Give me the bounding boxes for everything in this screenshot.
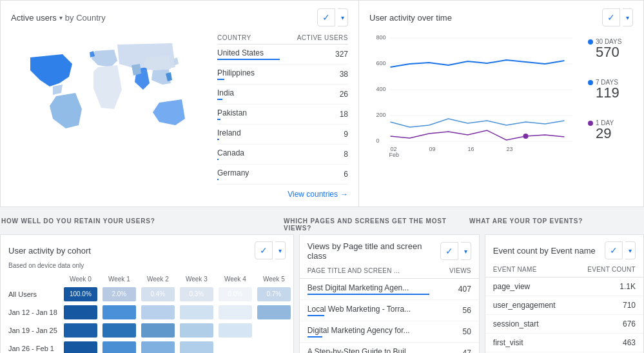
cohort-cell xyxy=(255,303,293,321)
cohort-panel: User activity by cohort ✓ ▾ Based on dev… xyxy=(0,234,294,353)
pages-title-row: Views by Page title and screen class ✓ ▾ xyxy=(300,235,479,263)
legend-info-30days: 30 DAYS 570 xyxy=(596,38,621,59)
svg-text:16: 16 xyxy=(468,146,474,152)
check-icon: ✓ xyxy=(322,12,330,23)
active-users-dropdown-button[interactable]: ▾ xyxy=(338,8,348,26)
user-activity-dropdown-button[interactable]: ▾ xyxy=(623,8,633,26)
legend-value-30days: 570 xyxy=(596,45,621,59)
pages-table: PAGE TITLE AND SCREEN ... VIEWS Best Dig… xyxy=(300,263,479,353)
cohort-row-label: Jan 19 - Jan 25 xyxy=(1,321,61,339)
cohort-week5-header: Week 5 xyxy=(255,273,293,285)
user-activity-panel: User activity over time ✓ ▾ 800 xyxy=(359,1,643,207)
event-row: session_start 676 xyxy=(485,315,643,334)
cohort-cell: 0.3% xyxy=(177,285,216,303)
chevron-down-icon-3: ▾ xyxy=(278,247,282,254)
country-value: 6 xyxy=(280,165,348,185)
active-users-header: Active users ▾ by Country ✓ ▾ xyxy=(11,8,348,26)
legend-30days: 30 DAYS 570 xyxy=(588,38,633,59)
title-dropdown-icon[interactable]: ▾ xyxy=(59,14,63,21)
cohort-check-button[interactable]: ✓ xyxy=(255,241,273,259)
country-row: Philippines 38 xyxy=(217,65,348,85)
pages-dropdown-button[interactable]: ▾ xyxy=(461,242,471,260)
country-value: 38 xyxy=(280,65,348,85)
cohort-cell xyxy=(61,339,100,353)
events-check-button[interactable]: ✓ xyxy=(605,241,623,259)
chart-legend: 30 DAYS 570 7 DAYS 119 xyxy=(588,32,633,163)
svg-text:600: 600 xyxy=(376,60,386,66)
event-value: 1.1K xyxy=(572,277,643,296)
country-table: COUNTRY ACTIVE USERS United States 327 P… xyxy=(204,32,348,199)
page-name: Local Web Marketing - Torra... xyxy=(300,300,438,321)
cohort-cell: 100.0% xyxy=(61,285,100,303)
cohort-cell: 0.0% xyxy=(216,285,255,303)
event-row: first_visit 463 xyxy=(485,334,643,352)
pages-section-wrapper: WHICH PAGES AND SCREENS GET THE MOST VIE… xyxy=(282,212,463,234)
pages-col1-header: PAGE TITLE AND SCREEN ... xyxy=(300,263,438,279)
cohort-cell xyxy=(61,321,100,339)
page-value: 56 xyxy=(437,300,478,321)
events-table: EVENT NAME EVENT COUNT page_view 1.1K us… xyxy=(485,262,643,352)
legend-dot-1day xyxy=(588,121,593,126)
pages-check-button[interactable]: ✓ xyxy=(440,242,458,260)
country-name: Ireland xyxy=(217,125,280,145)
svg-text:0: 0 xyxy=(376,137,380,144)
cohort-cell xyxy=(100,303,139,321)
legend-value-1day: 29 xyxy=(596,126,614,141)
chevron-down-icon: ▾ xyxy=(341,14,344,21)
events-section-label: WHAT ARE YOUR TOP EVENTS? xyxy=(468,212,644,227)
cohort-cell: 0.4% xyxy=(139,285,177,303)
cohort-dropdown-button[interactable]: ▾ xyxy=(275,241,286,259)
events-panel: Event count by Event name ✓ ▾ EVENT NAME… xyxy=(485,234,644,353)
check-icon-3: ✓ xyxy=(260,245,268,256)
country-row: India 26 xyxy=(217,85,348,105)
user-activity-title: User activity over time xyxy=(369,13,452,23)
user-activity-check-button[interactable]: ✓ xyxy=(602,8,620,26)
cohort-week4-header: Week 4 xyxy=(216,273,255,285)
cohort-row-label: All Users xyxy=(1,285,61,303)
active-users-check-button[interactable]: ✓ xyxy=(317,8,335,26)
legend-info-7days: 7 DAYS 119 xyxy=(596,79,620,100)
events-header-row: EVENT NAME EVENT COUNT xyxy=(485,262,643,277)
cohort-cell: 2.0% xyxy=(100,285,139,303)
retain-section-wrapper: HOW WELL DO YOU RETAIN YOUR USERS? xyxy=(0,212,277,234)
country-value: 8 xyxy=(280,145,348,165)
events-title-row: Event count by Event name ✓ ▾ xyxy=(485,235,643,262)
view-countries-anchor[interactable]: View countries → xyxy=(217,190,348,199)
event-name: page_view xyxy=(485,277,572,296)
events-title: Event count by Event name xyxy=(493,246,596,256)
cohort-table: Week 0 Week 1 Week 2 Week 3 Week 4 Week … xyxy=(1,273,293,353)
page-row: Best Digital Marketing Agen... 407 xyxy=(300,279,479,300)
cohort-row: Jan 12 - Jan 18 xyxy=(1,303,293,321)
view-countries-link[interactable]: View countries → xyxy=(217,190,348,199)
view-countries-label: View countries xyxy=(288,190,338,199)
page-row: Digital Marketing Agency for... 50 xyxy=(300,321,479,343)
country-row: Germany 6 xyxy=(217,165,348,185)
legend-info-1day: 1 DAY 29 xyxy=(596,119,614,141)
cohort-cell xyxy=(61,303,100,321)
legend-7days: 7 DAYS 119 xyxy=(588,79,633,100)
cohort-cell xyxy=(139,303,177,321)
events-dropdown-button[interactable]: ▾ xyxy=(625,241,636,259)
cohort-subtitle: Based on device data only xyxy=(1,262,293,273)
event-row: user_engagement 710 xyxy=(485,296,643,315)
pages-col2-header: VIEWS xyxy=(437,263,478,279)
country-name: Germany xyxy=(217,165,280,185)
event-value: 463 xyxy=(572,334,643,352)
active-users-content: COUNTRY ACTIVE USERS United States 327 P… xyxy=(11,32,348,199)
chevron-down-icon-2: ▾ xyxy=(626,14,629,21)
cohort-cell xyxy=(100,321,139,339)
cohort-week0-header: Week 0 xyxy=(61,273,100,285)
bottom-labels-row: HOW WELL DO YOU RETAIN YOUR USERS? WHICH… xyxy=(0,207,644,234)
cohort-cell xyxy=(139,321,177,339)
legend-dot-7days xyxy=(588,80,593,85)
check-icon-2: ✓ xyxy=(607,12,615,23)
cohort-cell xyxy=(100,339,139,353)
country-name: Philippines xyxy=(217,65,280,85)
svg-text:Feb: Feb xyxy=(389,152,400,158)
pages-header-row: PAGE TITLE AND SCREEN ... VIEWS xyxy=(300,263,479,279)
country-value: 18 xyxy=(280,105,348,125)
active-users-col-header: ACTIVE USERS xyxy=(280,32,348,45)
country-row: Ireland 9 xyxy=(217,125,348,145)
chart-svg: 800 600 400 200 0 xyxy=(369,32,583,161)
chevron-down-icon-4: ▾ xyxy=(464,248,467,255)
